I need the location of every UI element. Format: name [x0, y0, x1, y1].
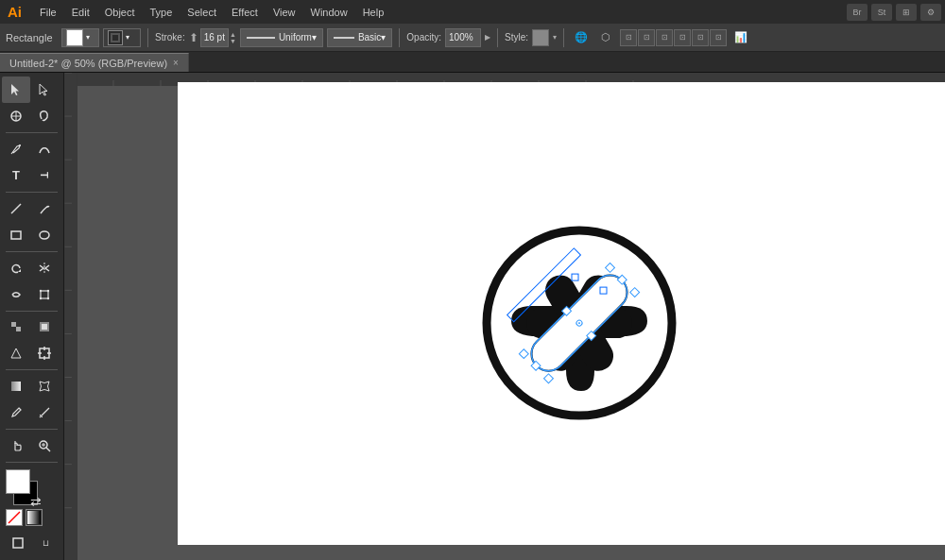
selection-tool-btn[interactable] — [2, 76, 30, 103]
stroke-value-input[interactable]: 16 pt — [200, 28, 229, 47]
menu-help[interactable]: Help — [356, 5, 391, 20]
vertical-ruler — [64, 73, 77, 560]
svg-rect-76 — [544, 374, 554, 383]
document-tab[interactable]: Untitled-2* @ 50% (RGB/Preview) × — [0, 53, 189, 72]
pen-tool-btn[interactable] — [2, 136, 30, 162]
align-bottom-btn[interactable]: ⊡ — [710, 29, 727, 46]
sep1 — [147, 28, 148, 47]
menu-view[interactable]: View — [266, 5, 302, 20]
align-middle-btn[interactable]: ⊡ — [692, 29, 709, 46]
illustration — [475, 219, 683, 429]
opacity-expand-icon[interactable]: ▶ — [485, 33, 490, 42]
live-paint-btn[interactable] — [30, 314, 59, 340]
perspective-grid-btn[interactable] — [2, 340, 30, 366]
basic-arrow-icon: ▾ — [381, 32, 386, 42]
svg-marker-0 — [11, 84, 19, 95]
warp-tool-btn[interactable] — [2, 281, 30, 308]
svg-rect-53 — [65, 73, 77, 560]
menu-edit[interactable]: Edit — [65, 5, 96, 20]
tool-row-3 — [2, 136, 61, 162]
screen-mode-btn[interactable] — [4, 530, 32, 556]
svg-rect-11 — [41, 291, 48, 298]
stroke-up-btn[interactable]: ▲ — [230, 31, 236, 38]
zoom-tool-btn[interactable] — [30, 433, 59, 459]
align-left-btn[interactable]: ⊡ — [620, 29, 637, 46]
menu-type[interactable]: Type — [144, 5, 180, 20]
curvature-tool-btn[interactable] — [30, 136, 59, 162]
direct-selection-tool-btn[interactable] — [30, 76, 59, 103]
tool-row-11 — [2, 373, 61, 399]
svg-rect-38 — [13, 538, 23, 548]
globe-icon[interactable]: 🌐 — [571, 27, 592, 48]
align-center-btn[interactable]: ⊡ — [638, 29, 655, 46]
align-group: ⊡ ⊡ ⊡ ⊡ ⊡ ⊡ — [620, 29, 727, 46]
stroke-spinner[interactable]: ▲ ▼ — [230, 31, 236, 44]
rect-tool-btn[interactable] — [2, 222, 30, 248]
bridge-icon[interactable]: Br — [847, 4, 868, 21]
align-top-btn[interactable]: ⊡ — [674, 29, 691, 46]
foreground-color-swatch[interactable] — [6, 469, 30, 494]
vertical-type-tool-btn[interactable]: T — [30, 162, 59, 189]
svg-rect-19 — [42, 324, 47, 330]
view-mode-row: ⊔ — [2, 530, 61, 556]
svg-point-13 — [47, 289, 49, 291]
rotate-tool-btn[interactable] — [2, 255, 30, 281]
menu-object[interactable]: Object — [98, 5, 142, 20]
svg-rect-28 — [11, 382, 21, 391]
tool-sep-6 — [6, 429, 58, 430]
eyedropper-btn[interactable] — [2, 399, 30, 426]
stroke-up-icon: ⬆ — [189, 31, 198, 44]
svg-rect-75 — [606, 263, 615, 272]
style-color-swatch[interactable] — [532, 29, 549, 46]
align-right-btn[interactable]: ⊡ — [656, 29, 673, 46]
artboard — [178, 82, 945, 545]
menubar: Ai File Edit Object Type Select Effect V… — [0, 0, 945, 24]
tab-close-btn[interactable]: × — [173, 58, 179, 68]
uniform-arrow-icon: ▾ — [312, 32, 317, 42]
lasso-tool-btn[interactable] — [30, 103, 59, 129]
free-transform-btn[interactable] — [30, 281, 59, 308]
gradient-tool-btn[interactable] — [2, 373, 30, 399]
arc-tool-btn[interactable] — [30, 195, 59, 222]
swap-colors-icon[interactable]: ⇄ — [30, 494, 42, 509]
shape-builder-btn[interactable] — [2, 314, 30, 340]
menu-select[interactable]: Select — [180, 5, 223, 20]
svg-rect-72 — [600, 287, 607, 294]
mesh-tool-btn[interactable] — [30, 373, 59, 399]
basic-label: Basic — [358, 32, 381, 42]
chart-icon[interactable]: 📊 — [730, 27, 751, 48]
tool-row-8 — [2, 281, 61, 308]
fill-color-select[interactable]: ▾ — [61, 28, 99, 47]
type-tool-btn[interactable]: T — [2, 162, 30, 189]
artboard-tool-btn[interactable] — [30, 340, 59, 366]
svg-point-15 — [47, 297, 49, 298]
opacity-value-input[interactable]: 100% — [445, 28, 481, 47]
reflect-tool-btn[interactable] — [30, 255, 59, 281]
tool-sep-5 — [6, 369, 58, 370]
sep2 — [399, 28, 400, 47]
ellipse-tool-btn[interactable] — [30, 222, 59, 248]
gradient-swatch[interactable] — [26, 509, 43, 526]
transform-icon[interactable]: ⬡ — [595, 27, 616, 48]
menu-effect[interactable]: Effect — [225, 5, 265, 20]
none-swatch[interactable] — [6, 509, 23, 526]
stock-icon[interactable]: St — [871, 4, 892, 21]
magic-wand-tool-btn[interactable] — [2, 103, 30, 129]
stroke-uniform-select[interactable]: Uniform ▾ — [240, 28, 323, 47]
settings-icon[interactable]: ⚙ — [920, 4, 941, 21]
hand-tool-btn[interactable] — [2, 433, 30, 459]
stroke-color-select[interactable]: ▾ — [103, 28, 141, 47]
measure-tool-btn[interactable] — [30, 399, 59, 426]
style-text-label: Style: — [505, 32, 528, 42]
canvas-area[interactable] — [64, 73, 945, 560]
stroke-down-btn[interactable]: ▼ — [230, 38, 236, 44]
tool-sep-3 — [6, 251, 58, 252]
menu-file[interactable]: File — [33, 5, 63, 20]
line-segment-tool-btn[interactable] — [2, 195, 30, 222]
svg-marker-9 — [18, 269, 21, 272]
workspace-icon[interactable]: ⊞ — [896, 4, 917, 21]
uniform-line-icon — [247, 37, 275, 39]
stroke-basic-select[interactable]: Basic ▾ — [327, 28, 392, 47]
draw-mode-btn[interactable]: ⊔ — [32, 530, 60, 556]
menu-window[interactable]: Window — [304, 5, 354, 20]
